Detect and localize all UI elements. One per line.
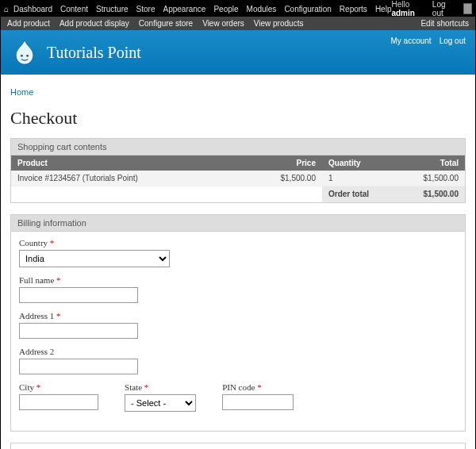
cell-product: Invoice #1234567 (Tutorials Point): [11, 171, 251, 186]
site-header: Tutorials Point My account Log out: [1, 30, 475, 75]
col-product: Product: [11, 155, 251, 171]
address1-label: Address 1 *: [19, 311, 457, 320]
svg-point-0: [21, 55, 23, 57]
order-total-label: Order total: [322, 186, 378, 202]
menu-appearance[interactable]: Appearance: [163, 5, 205, 13]
shortcut-add-product[interactable]: Add product: [7, 19, 50, 28]
address1-input[interactable]: [19, 323, 138, 339]
city-label: City *: [19, 382, 98, 392]
home-icon[interactable]: ⌂: [4, 5, 9, 13]
country-label: Country *: [19, 238, 457, 248]
shortcut-view-products[interactable]: View products: [254, 19, 304, 28]
breadcrumb[interactable]: Home: [10, 87, 466, 97]
cell-total: $1,500.00: [378, 171, 465, 186]
menu-help[interactable]: Help: [375, 5, 392, 13]
shortcut-add-product-display[interactable]: Add product display: [60, 19, 129, 28]
cart-panel: Shopping cart contents Product Price Qua…: [10, 138, 466, 203]
page-title: Checkout: [10, 108, 466, 129]
menu-reports[interactable]: Reports: [340, 5, 367, 13]
user-greeting: Hello admin: [391, 0, 424, 17]
shortcut-configure-store[interactable]: Configure store: [139, 19, 193, 28]
my-account-link[interactable]: My account: [390, 36, 431, 45]
menu-content[interactable]: Content: [60, 5, 88, 13]
menu-people[interactable]: People: [213, 5, 238, 13]
city-input[interactable]: [19, 394, 98, 410]
menu-store[interactable]: Store: [136, 5, 155, 13]
pin-label: PIN code *: [222, 382, 294, 392]
cart-table: Product Price Quantity Total Invoice #12…: [11, 155, 465, 202]
fullname-label: Full name *: [19, 275, 457, 285]
col-total: Total: [378, 155, 465, 171]
order-total-row: Order total $1,500.00: [11, 186, 465, 202]
pin-input[interactable]: [222, 394, 294, 410]
country-select[interactable]: India: [19, 250, 170, 267]
cart-panel-title: Shopping cart contents: [11, 139, 465, 155]
shortcut-view-orders[interactable]: View orders: [202, 19, 244, 28]
logout-link-header[interactable]: Log out: [440, 36, 466, 45]
admin-toolbar: ⌂ Dashboard Content Structure Store Appe…: [1, 1, 475, 17]
drupal-logo-icon: [10, 38, 39, 67]
col-qty: Quantity: [322, 155, 378, 171]
site-title: Tutorials Point: [47, 44, 141, 62]
logout-link[interactable]: Log out: [432, 0, 452, 17]
menu-modules[interactable]: Modules: [247, 5, 277, 13]
state-label: State *: [125, 382, 196, 392]
dropdown-toggle-icon[interactable]: [463, 3, 472, 14]
order-total-value: $1,500.00: [378, 186, 465, 202]
fullname-input[interactable]: [19, 287, 138, 303]
admin-menu: Dashboard Content Structure Store Appear…: [13, 5, 391, 13]
billing-panel-title: Billing information: [11, 215, 465, 232]
cell-qty: 1: [322, 171, 378, 186]
shortcut-bar: Add product Add product display Configur…: [1, 17, 475, 30]
table-row: Invoice #1234567 (Tutorials Point) $1,50…: [11, 171, 465, 186]
state-select[interactable]: - Select -: [125, 394, 196, 412]
address2-input[interactable]: [19, 359, 138, 374]
svg-point-1: [26, 55, 29, 57]
form-actions: Continue to next step or Cancel: [10, 443, 466, 449]
menu-configuration[interactable]: Configuration: [284, 5, 331, 13]
menu-dashboard[interactable]: Dashboard: [13, 5, 52, 13]
billing-panel: Billing information Country * India Full…: [10, 214, 466, 432]
address2-label: Address 2: [19, 347, 457, 356]
menu-structure[interactable]: Structure: [96, 5, 129, 13]
edit-shortcuts[interactable]: Edit shortcuts: [420, 19, 469, 28]
cell-price: $1,500.00: [251, 171, 322, 186]
col-price: Price: [251, 155, 322, 171]
